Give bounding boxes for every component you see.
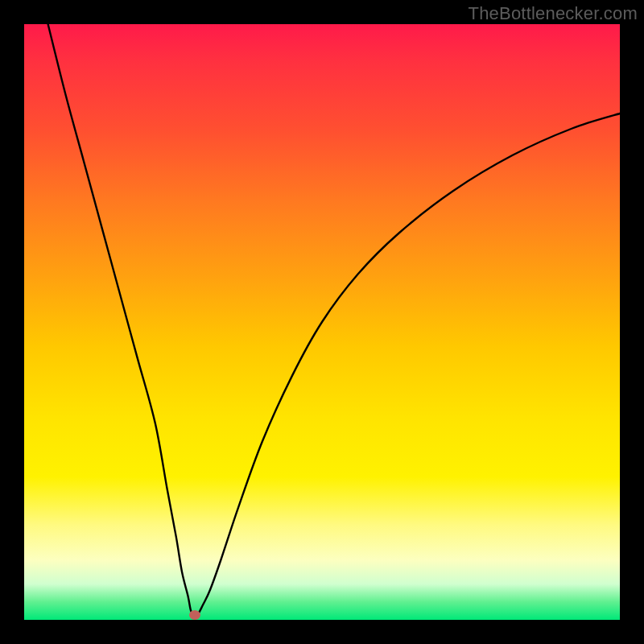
optimum-marker <box>189 610 200 620</box>
curve-layer <box>24 24 620 620</box>
attribution-text: TheBottlenecker.com <box>469 3 638 24</box>
bottleneck-curve <box>48 24 620 615</box>
chart-frame: TheBottlenecker.com <box>0 0 644 644</box>
